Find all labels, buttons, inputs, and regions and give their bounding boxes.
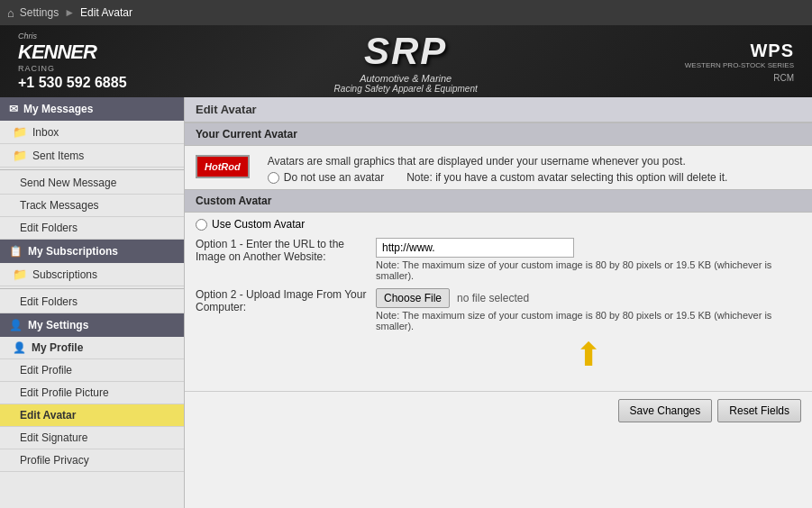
url-note: Note: The maximum size of your custom im… [376, 259, 801, 281]
banner-logo-sub: RACING [18, 64, 127, 73]
sidebar-item-edit-signature[interactable]: Edit Signature [0, 427, 184, 449]
no-avatar-radio[interactable] [268, 172, 279, 184]
content-body: Your Current Avatar HotRod Avatars are s… [185, 122, 812, 430]
settings-header-icon: 👤 [9, 319, 23, 331]
no-file-text: no file selected [457, 292, 529, 304]
inbox-label: Inbox [32, 126, 59, 139]
sidebar-section-settings: 👤 My Settings 👤 My Profile Edit Profile … [0, 313, 184, 472]
avatar-desc-text: Avatars are small graphics that are disp… [268, 155, 801, 168]
breadcrumb-sep: ► [64, 6, 75, 19]
use-custom-label: Use Custom Avatar [212, 218, 305, 231]
sidebar-section-messages: ✉ My Messages 📁 Inbox 📁 Sent Items Send … [0, 97, 184, 240]
sidebar: ✉ My Messages 📁 Inbox 📁 Sent Items Send … [0, 97, 185, 508]
edit-avatar-label: Edit Avatar [20, 409, 76, 422]
reset-fields-button[interactable]: Reset Fields [717, 399, 801, 422]
sidebar-item-edit-profile-picture[interactable]: Edit Profile Picture [0, 382, 184, 404]
no-avatar-option[interactable]: Do not use an avatar Note: if you have a… [268, 171, 801, 184]
top-bar: ⌂ Settings ► Edit Avatar [0, 0, 812, 25]
note-delete-text: Note: if you have a custom avatar select… [406, 171, 727, 184]
breadcrumb: ⌂ Settings ► Edit Avatar [7, 6, 132, 20]
messages-header-label: My Messages [23, 103, 93, 115]
current-avatar-img: HotRod [196, 155, 250, 178]
footer-buttons: Save Changes Reset Fields [185, 391, 812, 430]
banner-srp-sub1: Automotive & Marine [127, 73, 685, 84]
file-input-row: Choose File no file selected [376, 288, 801, 308]
subscriptions-header-icon: 📋 [9, 245, 23, 258]
avatar-description-area: Avatars are small graphics that are disp… [268, 155, 801, 184]
banner-rcm: RCM [685, 73, 794, 83]
sidebar-item-edit-profile[interactable]: Edit Profile [0, 359, 184, 382]
inbox-folder-icon: 📁 [13, 125, 27, 139]
sidebar-item-profile-privacy[interactable]: Profile Privacy [0, 449, 184, 472]
sidebar-section-subscriptions: 📋 My Subscriptions 📁 Subscriptions Edit … [0, 240, 184, 313]
banner-wps: WPS [685, 41, 794, 61]
avatar-image-area: HotRod [196, 155, 250, 184]
subscriptions-label: Subscriptions [32, 268, 97, 281]
my-profile-label: My Profile [32, 341, 83, 354]
sent-label: Sent Items [32, 150, 84, 162]
banner-left: Chris KENNER RACING +1 530 592 6885 [0, 32, 127, 91]
option2-content: Choose File no file selected Note: The m… [376, 288, 801, 378]
option2-row: Option 2 - Upload Image From Your Comput… [196, 288, 801, 378]
edit-signature-label: Edit Signature [20, 431, 87, 444]
sidebar-item-subscriptions[interactable]: 📁 Subscriptions [0, 263, 184, 286]
banner-logo-first: Chris [18, 32, 127, 41]
subscriptions-folder-icon: 📁 [13, 268, 27, 281]
section-custom-avatar-title: Custom Avatar [185, 189, 812, 213]
profile-privacy-label: Profile Privacy [20, 454, 89, 467]
file-note: Note: The maximum size of your custom im… [376, 310, 801, 331]
banner: Chris KENNER RACING +1 530 592 6885 SRP … [0, 25, 812, 97]
profile-person-icon: 👤 [13, 341, 26, 354]
breadcrumb-current: Edit Avatar [80, 6, 132, 19]
sidebar-item-send-message[interactable]: Send New Message [0, 172, 184, 195]
banner-phone: +1 530 592 6885 [18, 75, 127, 91]
option1-row: Option 1 - Enter the URL to the Image on… [196, 238, 801, 281]
main-layout: ✉ My Messages 📁 Inbox 📁 Sent Items Send … [0, 97, 812, 508]
edit-profile-label: Edit Profile [20, 364, 72, 376]
option2-label: Option 2 - Upload Image From Your Comput… [196, 288, 376, 313]
edit-folders-messages-label: Edit Folders [20, 222, 78, 234]
home-icon[interactable]: ⌂ [7, 6, 14, 20]
url-input[interactable] [376, 238, 574, 258]
edit-profile-picture-label: Edit Profile Picture [20, 386, 109, 399]
sidebar-item-edit-folders-subs[interactable]: Edit Folders [0, 291, 184, 313]
sidebar-header-settings: 👤 My Settings [0, 313, 184, 337]
custom-avatar-section: Use Custom Avatar Option 1 - Enter the U… [185, 213, 812, 391]
subscriptions-header-label: My Subscriptions [28, 245, 118, 258]
use-custom-radio[interactable] [196, 219, 207, 231]
banner-right: WPS WESTERN PRO-STOCK SERIES RCM [685, 41, 812, 83]
option1-label: Option 1 - Enter the URL to the Image on… [196, 238, 376, 263]
subscriptions-divider [0, 288, 184, 289]
edit-folders-subs-label: Edit Folders [20, 295, 78, 308]
messages-header-icon: ✉ [9, 103, 18, 115]
sidebar-item-inbox[interactable]: 📁 Inbox [0, 121, 184, 144]
banner-srp-sub2: Racing Safety Apparel & Equipment [127, 84, 685, 94]
content-title: Edit Avatar [196, 103, 257, 116]
messages-divider [0, 169, 184, 170]
settings-link[interactable]: Settings [20, 6, 59, 19]
track-messages-label: Track Messages [20, 199, 99, 212]
sent-folder-icon: 📁 [13, 149, 27, 162]
send-message-label: Send New Message [20, 177, 116, 189]
banner-logo-name: KENNER [18, 41, 127, 64]
choose-file-button[interactable]: Choose File [376, 288, 450, 308]
content-area: Edit Avatar Your Current Avatar HotRod A… [185, 97, 812, 508]
section-current-avatar-title: Your Current Avatar [185, 122, 812, 146]
sidebar-item-edit-avatar[interactable]: Edit Avatar [0, 404, 184, 427]
sidebar-item-edit-folders-messages[interactable]: Edit Folders [0, 217, 184, 240]
settings-header-label: My Settings [28, 319, 88, 331]
current-avatar-row: HotRod Avatars are small graphics that a… [185, 146, 812, 189]
arrow-indicator: ⬆ [376, 336, 801, 374]
banner-wps-sub: WESTERN PRO-STOCK SERIES [685, 61, 794, 69]
use-custom-row: Use Custom Avatar [196, 218, 801, 231]
no-avatar-label: Do not use an avatar [284, 171, 384, 184]
sidebar-item-sent[interactable]: 📁 Sent Items [0, 144, 184, 168]
save-changes-button[interactable]: Save Changes [618, 399, 713, 422]
banner-center: SRP Automotive & Marine Racing Safety Ap… [127, 30, 685, 94]
sidebar-item-track-messages[interactable]: Track Messages [0, 195, 184, 217]
banner-srp: SRP [127, 30, 685, 73]
option1-content: Note: The maximum size of your custom im… [376, 238, 801, 281]
sidebar-header-subscriptions: 📋 My Subscriptions [0, 240, 184, 263]
sidebar-item-my-profile[interactable]: 👤 My Profile [0, 337, 184, 359]
sidebar-header-messages: ✉ My Messages [0, 97, 184, 121]
